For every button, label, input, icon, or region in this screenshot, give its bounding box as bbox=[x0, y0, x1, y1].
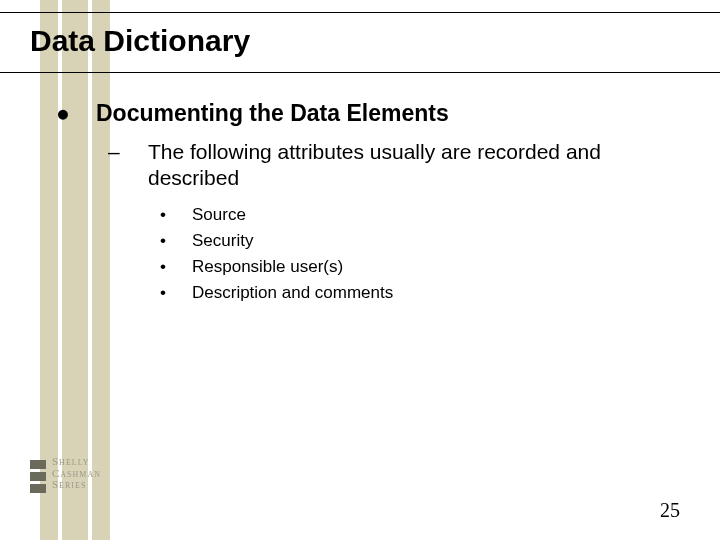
bullet-marker: • bbox=[176, 204, 192, 226]
bullet-marker: ● bbox=[76, 100, 96, 127]
bullet-text: Source bbox=[192, 205, 246, 224]
bullet-marker: – bbox=[128, 139, 148, 165]
slide-body: ●Documenting the Data Elements –The foll… bbox=[60, 100, 690, 308]
logo-line: Shelly bbox=[52, 456, 101, 468]
logo-line: Series bbox=[52, 479, 101, 491]
series-logo: Shelly Cashman Series bbox=[30, 450, 130, 500]
bullet-text: Documenting the Data Elements bbox=[96, 100, 449, 126]
page-number: 25 bbox=[660, 499, 680, 522]
bullet-marker: • bbox=[176, 256, 192, 278]
bullet-level-3: •Description and comments bbox=[60, 282, 690, 304]
bullet-level-2: –The following attributes usually are re… bbox=[60, 139, 690, 192]
logo-text: Shelly Cashman Series bbox=[52, 456, 101, 491]
logo-bars-icon bbox=[30, 460, 46, 492]
bullet-text: Description and comments bbox=[192, 283, 393, 302]
bullet-level-3: •Source bbox=[60, 204, 690, 226]
bullet-level-3: •Security bbox=[60, 230, 690, 252]
bullet-level-3: •Responsible user(s) bbox=[60, 256, 690, 278]
bullet-marker: • bbox=[176, 282, 192, 304]
slide-title: Data Dictionary bbox=[30, 24, 250, 58]
bullet-marker: • bbox=[176, 230, 192, 252]
bullet-text: The following attributes usually are rec… bbox=[148, 140, 601, 189]
bullet-text: Security bbox=[192, 231, 253, 250]
bullet-text: Responsible user(s) bbox=[192, 257, 343, 276]
divider-under-title bbox=[0, 72, 720, 73]
divider-top bbox=[0, 12, 720, 13]
bullet-level-1: ●Documenting the Data Elements bbox=[60, 100, 690, 127]
